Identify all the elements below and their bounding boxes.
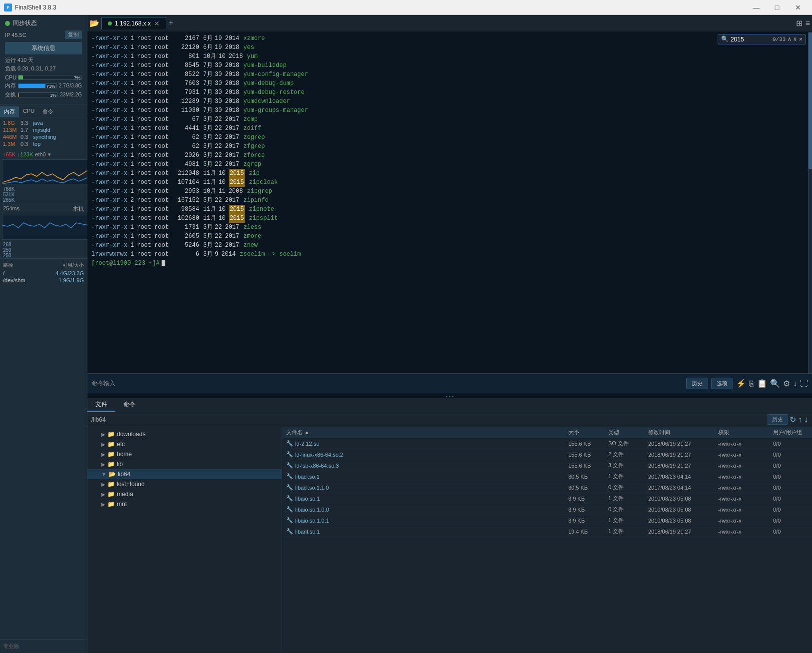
add-tab-button[interactable]: + [168,18,174,28]
file-group: root [154,52,169,61]
cursor-icon: █ [162,259,165,268]
tree-label-mnt: mnt [117,501,127,508]
file-entry-icon: 🔧 [286,440,293,447]
maximize-button[interactable]: □ [767,0,787,15]
file-row[interactable]: 🔧libaio.so.1.0.03.9 KB0 文件2010/08/23 05:… [282,504,812,515]
file-row[interactable]: 🔧ld-lsb-x86-64.so.3155.6 KB3 文件2018/06/1… [282,460,812,471]
file-entry-icon: 🔧 [286,462,293,469]
tree-item-media[interactable]: ▶ 📁 media [87,489,282,499]
file-tab-commands[interactable]: 命令 [115,398,143,412]
file-day: 22 [215,124,222,133]
file-row[interactable]: 🔧libaio.so.13.9 KB1 文件2010/08/23 05:08-r… [282,493,812,504]
year-text: 2018 [225,106,239,115]
tab-memory[interactable]: 内存 [0,106,19,117]
edition-label: 专业版 [0,639,87,653]
close-button[interactable]: ✕ [788,0,808,15]
terminal-line: lrwxrwxrwx1rootroot63月92014zsoelim -> so… [91,250,804,259]
file-entry-type: 1 文件 [608,495,648,502]
ping-val-2: 259 [3,247,84,253]
folder-icon[interactable]: 📂 [89,18,99,28]
terminal-tab-1[interactable]: 1 192.168.x.x ✕ [101,17,166,29]
file-name: zmore [243,232,261,241]
file-entry-perm: -rwxr-xr-x [718,441,773,447]
file-perm: -rwxr-xr-x [91,142,127,151]
search-next-icon[interactable]: ∨ [794,35,797,43]
file-day: 22 [215,232,222,241]
search-close-icon[interactable]: ✕ [799,35,803,43]
sysinfo-button[interactable]: 系统信息 [5,42,82,54]
cmd-input-field[interactable] [118,380,683,387]
terminal-line: -rwxr-xr-x1rootroot20263月222017zforce [91,151,804,160]
tree-item-mnt[interactable]: ▶ 📁 mnt [87,499,282,509]
file-month: 7月 [203,61,213,70]
file-month: 6月 [203,43,213,52]
download-icon[interactable]: ↓ [793,379,797,388]
history-button[interactable]: 历史 [686,378,708,389]
tree-item-etc[interactable]: ▶ 📁 etc [87,439,282,449]
lightning-icon[interactable]: ⚡ [736,379,746,388]
file-month: 7月 [203,88,213,97]
col-filename[interactable]: 文件名 ▲ [286,429,568,436]
file-month: 3月 [203,151,213,160]
tree-item-lib[interactable]: ▶ 📁 lib [87,459,282,469]
file-size: 2167 [172,34,199,43]
tree-item-downloads[interactable]: ▶ 📁 downloads [87,429,282,439]
file-row[interactable]: 🔧ld-linux-x86-64.so.2155.6 KB2 文件2018/06… [282,449,812,460]
proc-mem-java: 1.8G [3,120,20,126]
refresh-icon[interactable]: ↻ [790,415,796,424]
paste-icon[interactable]: 📋 [757,379,767,388]
terminal-scrollbar[interactable] [808,32,812,373]
tree-item-home[interactable]: ▶ 📁 home [87,449,282,459]
file-row[interactable]: 🔧libaio.so.1.0.13.9 KB1 文件2010/08/23 05:… [282,515,812,526]
file-row[interactable]: 🔧libanl.so.119.4 KB1 文件2018/06/19 21:27-… [282,526,812,537]
settings-icon[interactable]: ⚙ [783,379,790,388]
file-row[interactable]: 🔧ld-2.12.so155.6 KBSO 文件2018/06/19 21:27… [282,438,812,449]
download-file-icon[interactable]: ↓ [804,415,808,424]
file-day: 11 [218,187,225,196]
tab-commands[interactable]: 命令 [38,106,57,117]
link-count: 1 [130,223,134,232]
file-name: yumdcwnloader [243,97,290,106]
upload-icon[interactable]: ↑ [798,415,802,424]
file-month: 7月 [203,79,213,88]
tab-close-icon[interactable]: ✕ [154,19,160,27]
title-bar: F FinalShell 3.8.3 — □ ✕ [0,0,812,15]
minimize-button[interactable]: — [746,0,766,15]
file-entry-icon: 🔧 [286,506,293,513]
copy-icon[interactable]: ⎘ [749,379,754,388]
file-entry-name: 🔧libacl.so.1 [286,473,568,480]
file-perm: -rwxr-xr-x [91,232,127,241]
year-text: 2008 [229,187,243,196]
file-day: 22 [215,133,222,142]
options-button[interactable]: 选项 [711,378,733,389]
tree-item-lost-found[interactable]: ▶ 📁 lost+found [87,479,282,489]
search-prev-icon[interactable]: ∧ [788,35,791,43]
search-input[interactable] [731,36,771,43]
file-tab-files[interactable]: 文件 [87,398,115,412]
tab-cpu[interactable]: CPU [19,106,38,117]
grid-view-icon[interactable]: ⊞ [796,18,803,28]
file-row[interactable]: 🔧libacl.so.130.5 KB1 文件2017/08/23 04:14-… [282,471,812,482]
file-owner: root [137,70,151,79]
file-month: 3月 [203,124,213,133]
file-entry-name: 🔧libanl.so.1 [286,528,568,535]
proc-row-mysqld: 113M 1.7 mysqld [0,126,87,133]
year-text: 2018 [225,88,239,97]
path-history-button[interactable]: 历史 [768,414,788,425]
fullscreen-icon[interactable]: ⛶ [800,379,808,388]
file-entry-name: 🔧libaio.so.1.0.1 [286,517,568,524]
file-entry-owner: 0/0 [773,463,808,469]
file-day: 30 [215,88,222,97]
search-cmd-icon[interactable]: 🔍 [770,379,780,388]
copy-ip-button[interactable]: 复制 [65,30,82,39]
file-perm: -rwxr-xr-x [91,241,127,250]
file-name: zdiff [243,124,261,133]
file-row[interactable]: 🔧libacl.so.1.1.030.5 KB0 文件2017/08/23 04… [282,482,812,493]
panel-divider[interactable]: • • • [87,394,812,398]
col-size[interactable]: 大小 [568,429,608,436]
tree-item-lib64[interactable]: ▼ 📂 lib64 [87,469,282,479]
file-entry-icon: 🔧 [286,451,293,458]
file-list-header: 文件名 ▲ 大小 类型 修改时间 权限 用户/用户组 [282,427,812,438]
file-group: root [154,232,169,241]
list-view-icon[interactable]: ≡ [806,19,810,28]
